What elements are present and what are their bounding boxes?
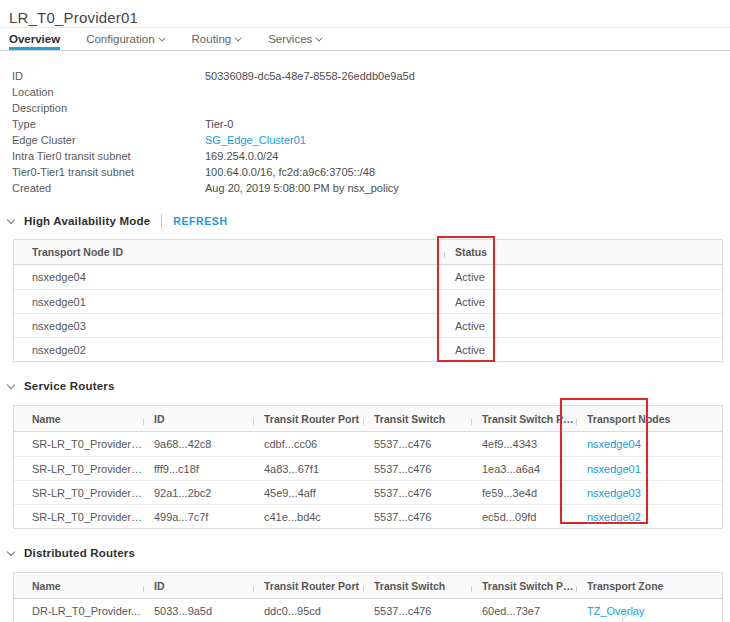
detail-row-intra-tier0-subnet: Intra Tier0 transit subnet 169.254.0.0/2… [12,148,730,164]
cell-node-id: nsxedge04 [14,271,444,283]
divider [161,214,162,229]
detail-label: Tier0-Tier1 transit subnet [12,166,205,178]
cell-id: 5033...9a5d [143,605,253,617]
cell-status: Active [444,271,722,283]
transport-node-link[interactable]: nsxedge02 [576,511,722,523]
chevron-down-icon[interactable] [7,547,15,555]
table-row: SR-LR_T0_Provider01 92a1...2bc2 45e9...4… [14,480,722,504]
column-header-transport-node-id[interactable]: Transport Node ID [14,246,444,258]
detail-value-type: Tier-0 [205,118,233,130]
table-row: SR-LR_T0_Provider01 9a68...42c8 cdbf...c… [14,432,722,456]
detail-value-created: Aug 20, 2019 5:08:00 PM by nsx_policy [205,182,399,194]
cell-transit-switch: 5537...c476 [363,438,471,450]
loading-spinner-icon [622,614,637,622]
column-header-transit-router-port[interactable]: Transit Router Port [253,413,363,425]
service-routers-table: Name ID Transit Router Port Transit Swit… [13,405,723,529]
cell-name: SR-LR_T0_Provider01 [14,511,143,523]
cell-status: Active [444,344,722,356]
cell-node-id: nsxedge02 [14,344,444,356]
column-header-id[interactable]: ID [143,580,253,592]
column-header-transit-router-port[interactable]: Transit Router Port [253,580,363,592]
column-header-id[interactable]: ID [143,413,253,425]
detail-row-created: Created Aug 20, 2019 5:08:00 PM by nsx_p… [12,180,730,196]
column-header-name[interactable]: Name [14,580,143,592]
section-distributed-routers: Distributed Routers [8,545,730,561]
cell-id: 499a...7c7f [143,511,253,523]
transport-node-link[interactable]: nsxedge04 [576,438,722,450]
detail-row-location: Location [12,84,730,100]
table-row: nsxedge01 Active [14,289,722,313]
cell-transit-switch: 5537...c476 [363,511,471,523]
cell-transit-switch-port: fe59...3e4d [471,487,576,499]
cell-transit-switch-port: 1ea3...a6a4 [471,463,576,475]
table-row: nsxedge04 Active [14,265,722,289]
column-header-transport-zone[interactable]: Transport Zone [576,580,722,592]
cell-transit-router-port: 45e9...4aff [253,487,363,499]
table-row: SR-LR_T0_Provider01 499a...7c7f c41e...b… [14,504,722,528]
table-row: nsxedge02 Active [14,337,722,361]
detail-label: Type [12,118,205,130]
transport-zone-link[interactable]: TZ_Overlay [576,605,722,617]
cell-transit-router-port: 4a83...67f1 [253,463,363,475]
cell-status: Active [444,296,722,308]
column-header-transport-nodes[interactable]: Transport Nodes [576,413,722,425]
tab-routing-label: Routing [192,33,232,45]
detail-value-id: 50336089-dc5a-48e7-8558-26eddb0e9a5d [205,70,415,82]
section-title-service-routers: Service Routers [24,380,115,392]
column-header-transit-switch-port[interactable]: Transit Switch Port [471,413,576,425]
chevron-down-icon [158,34,165,41]
cell-name: SR-LR_T0_Provider01 [14,438,143,450]
detail-label: Location [12,86,205,98]
table-row: SR-LR_T0_Provider01 fff9...c18f 4a83...6… [14,456,722,480]
cell-status: Active [444,320,722,332]
tab-overview-label: Overview [9,33,60,45]
column-header-status[interactable]: Status [444,246,722,258]
column-header-transit-switch[interactable]: Transit Switch [363,580,471,592]
table-row: DR-LR_T0_Provider... 5033...9a5d ddc0...… [14,599,722,622]
column-header-transit-switch[interactable]: Transit Switch [363,413,471,425]
cell-transit-switch: 5537...c476 [363,605,471,617]
cell-id: 92a1...2bc2 [143,487,253,499]
service-routers-header-row: Name ID Transit Router Port Transit Swit… [14,406,722,432]
tab-overview[interactable]: Overview [9,28,60,50]
transport-node-link[interactable]: nsxedge03 [576,487,722,499]
detail-value-tier0-tier1-subnet: 100.64.0.0/16, fc2d:a9c6:3705::/48 [205,166,375,178]
detail-label: Description [12,102,205,114]
cell-transit-switch: 5537...c476 [363,487,471,499]
cell-transit-switch-port: 4ef9...4343 [471,438,576,450]
title-bar: LR_T0_Provider01 [0,0,730,28]
detail-label: Edge Cluster [12,134,205,146]
ha-table: Transport Node ID Status nsxedge04 Activ… [13,239,723,362]
tab-configuration-label: Configuration [86,33,154,45]
column-header-transit-switch-port[interactable]: Transit Switch Port [471,580,576,592]
detail-row-id: ID 50336089-dc5a-48e7-8558-26eddb0e9a5d [12,68,730,84]
detail-row-description: Description [12,100,730,116]
chevron-down-icon[interactable] [7,380,15,388]
tab-configuration[interactable]: Configuration [86,28,165,50]
cell-transit-router-port: cdbf...cc06 [253,438,363,450]
cell-id: 9a68...42c8 [143,438,253,450]
cell-node-id: nsxedge01 [14,296,444,308]
transport-node-link[interactable]: nsxedge01 [576,463,722,475]
detail-label: ID [12,70,205,82]
refresh-button[interactable]: REFRESH [173,215,227,227]
chevron-down-icon[interactable] [7,215,15,223]
chevron-down-icon [316,34,323,41]
table-row: nsxedge03 Active [14,313,722,337]
tab-routing[interactable]: Routing [192,28,243,50]
cell-transit-switch-port: 60ed...73e7 [471,605,576,617]
cell-name: DR-LR_T0_Provider... [14,605,143,617]
section-title-ha: High Availability Mode [24,215,150,227]
tab-services[interactable]: Services [268,28,323,50]
tab-services-label: Services [268,33,312,45]
detail-label: Created [12,182,205,194]
cell-node-id: nsxedge03 [14,320,444,332]
chevron-down-icon [235,34,242,41]
page-title: LR_T0_Provider01 [9,9,730,26]
tab-bar: Overview Configuration Routing Services [0,28,730,51]
detail-label: Intra Tier0 transit subnet [12,150,205,162]
column-header-name[interactable]: Name [14,413,143,425]
cell-name: SR-LR_T0_Provider01 [14,487,143,499]
edge-cluster-link[interactable]: SG_Edge_Cluster01 [205,134,306,146]
ha-table-header-row: Transport Node ID Status [14,240,722,265]
